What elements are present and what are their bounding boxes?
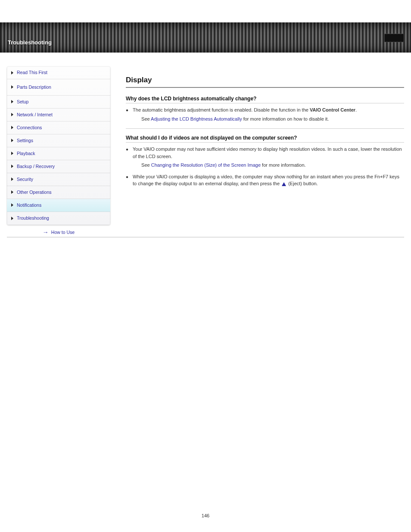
chevron-right-icon <box>11 203 13 207</box>
sidebar-item-settings[interactable]: Settings <box>7 134 110 147</box>
question-heading: Why does the LCD brightness automaticall… <box>126 96 404 103</box>
answer-block: Your VAIO computer may not have sufficie… <box>126 144 404 193</box>
chevron-right-icon <box>11 85 13 89</box>
sidebar-item-backup-recovery[interactable]: Backup / Recovery <box>7 160 110 173</box>
sidebar-item-label: Network / Internet <box>17 112 53 118</box>
search-box[interactable] <box>384 34 404 42</box>
sidebar-item-label: Connections <box>17 125 42 131</box>
chevron-right-icon <box>11 100 13 103</box>
sidebar-item-troubleshooting[interactable]: Troubleshooting <box>7 212 110 225</box>
sidebar-item-setup[interactable]: Setup <box>7 96 110 109</box>
sidebar-item-other-operations[interactable]: Other Operations <box>7 186 110 199</box>
chevron-right-icon <box>11 177 13 181</box>
sidebar-item-label: Backup / Recovery <box>17 164 55 169</box>
sidebar-footer-link[interactable]: → How to Use <box>7 229 110 235</box>
chevron-right-icon <box>11 71 13 75</box>
chevron-right-icon <box>11 217 13 220</box>
sidebar-item-notifications[interactable]: Notifications <box>7 199 110 212</box>
chevron-right-icon <box>11 152 13 155</box>
chevron-right-icon <box>11 139 13 142</box>
answer-text: The automatic brightness adjustment func… <box>133 106 357 122</box>
page-number: 146 <box>0 237 411 527</box>
question-heading: What should I do if videos are not displ… <box>126 135 404 143</box>
sidebar-item-label: Playback <box>17 151 35 156</box>
chevron-right-icon <box>11 190 13 194</box>
sidebar-item-label: Settings <box>17 138 33 143</box>
sidebar-item-label: Read This First <box>17 70 47 75</box>
chevron-right-icon <box>11 113 13 116</box>
page-title: Display <box>126 76 404 84</box>
main-content: Display Why does the LCD brightness auto… <box>126 66 404 235</box>
sidebar-item-security[interactable]: Security <box>7 173 110 186</box>
answer-text: Your VAIO computer may not have sufficie… <box>133 146 404 169</box>
sidebar-item-label: Setup <box>17 99 28 105</box>
answer-bullet: While your VAIO computer is displaying a… <box>126 173 404 187</box>
sidebar-item-network-internet[interactable]: Network / Internet <box>7 109 110 121</box>
sidebar-item-label: Security <box>17 177 33 182</box>
sidebar-item-label: Notifications <box>17 202 41 208</box>
content-wrapper: Read This First Parts Description Setup … <box>0 58 411 235</box>
sidebar-item-playback[interactable]: Playback <box>7 147 110 160</box>
arrow-right-icon: → <box>43 229 49 235</box>
link-brightness[interactable]: Adjusting the LCD Brightness Automatical… <box>151 116 242 121</box>
answer-block: The automatic brightness adjustment func… <box>126 105 404 129</box>
sidebar-item-read-this-first[interactable]: Read This First <box>7 66 110 79</box>
header-bar: Troubleshooting <box>0 22 411 53</box>
sidebar: Read This First Parts Description Setup … <box>7 66 110 225</box>
sidebar-item-label: Parts Description <box>17 84 51 90</box>
sidebar-item-parts-description[interactable]: Parts Description <box>7 79 110 96</box>
title-divider <box>126 87 404 88</box>
link-resolution[interactable]: Changing the Resolution (Size) of the Sc… <box>151 162 261 168</box>
sidebar-item-label: Troubleshooting <box>17 215 49 221</box>
sidebar-column: Read This First Parts Description Setup … <box>7 66 110 235</box>
answer-text: While your VAIO computer is displaying a… <box>133 173 404 187</box>
header-title: Troubleshooting <box>8 39 52 46</box>
eject-icon <box>282 182 286 186</box>
sidebar-item-connections[interactable]: Connections <box>7 121 110 134</box>
answer-bullet: Your VAIO computer may not have sufficie… <box>126 146 404 169</box>
sidebar-item-label: Other Operations <box>17 190 52 195</box>
answer-bullet: The automatic brightness adjustment func… <box>126 106 404 122</box>
sidebar-footer-label: How to Use <box>51 230 75 235</box>
chevron-right-icon <box>11 126 13 129</box>
chevron-right-icon <box>11 165 13 168</box>
